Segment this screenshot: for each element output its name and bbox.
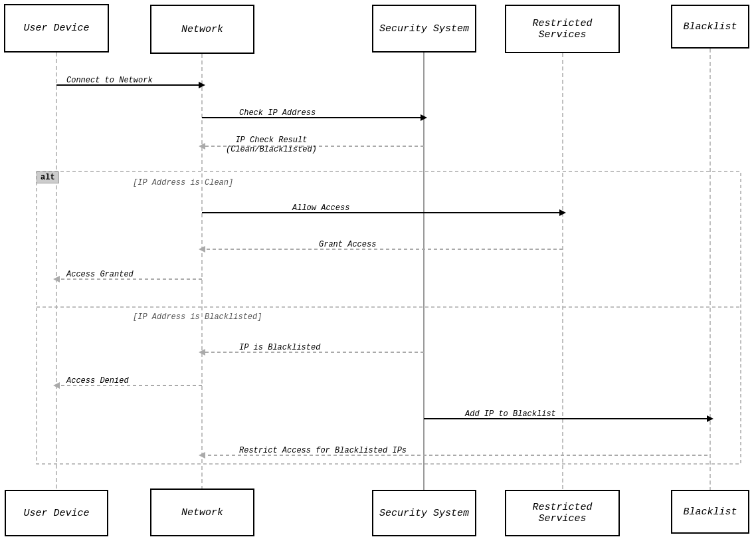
msg-access-denied: Access Denied: [66, 376, 129, 385]
svg-marker-8: [199, 82, 205, 88]
msg-access-granted: Access Granted: [66, 270, 134, 279]
alt-condition-2: [IP Address is Blacklisted]: [133, 312, 262, 322]
actor-blacklist-top: Blacklist: [671, 5, 749, 49]
msg-check-ip-address: Check IP Address: [239, 108, 316, 118]
svg-marker-16: [199, 246, 205, 253]
msg-restrict-access: Restrict Access for Blacklisted IPs: [239, 446, 407, 455]
svg-marker-20: [199, 349, 205, 356]
svg-marker-14: [559, 209, 566, 216]
alt-label: alt: [37, 171, 59, 183]
msg-ip-blacklisted: IP is Blacklisted: [239, 343, 320, 352]
actor-network-top: Network: [150, 5, 254, 54]
sequence-diagram: User Device Network Security System Rest…: [0, 0, 756, 541]
svg-marker-12: [199, 143, 205, 150]
msg-connect-to-network: Connect to Network: [66, 76, 153, 85]
msg-add-ip-to-blacklist: Add IP to Blacklist: [465, 409, 556, 419]
actor-blacklist-bottom: Blacklist: [671, 490, 749, 534]
msg-ip-check-result: IP Check Result(Clean/Blacklisted): [226, 136, 317, 154]
svg-marker-18: [53, 276, 60, 282]
actor-network-bottom: Network: [150, 488, 254, 536]
svg-marker-24: [707, 415, 713, 422]
actor-restricted-bottom: Restricted Services: [505, 490, 620, 536]
alt-condition-1: [IP Address is Clean]: [133, 178, 233, 187]
svg-marker-26: [199, 452, 205, 459]
svg-marker-22: [53, 382, 60, 389]
actor-security-top: Security System: [372, 5, 476, 53]
actor-user-device-top: User Device: [4, 4, 109, 53]
svg-marker-10: [421, 114, 427, 121]
actor-restricted-top: Restricted Services: [505, 5, 620, 53]
msg-allow-access: Allow Access: [292, 203, 349, 213]
actor-user-device-bottom: User Device: [5, 490, 108, 536]
actor-security-bottom: Security System: [372, 490, 476, 536]
msg-grant-access: Grant Access: [319, 240, 376, 249]
